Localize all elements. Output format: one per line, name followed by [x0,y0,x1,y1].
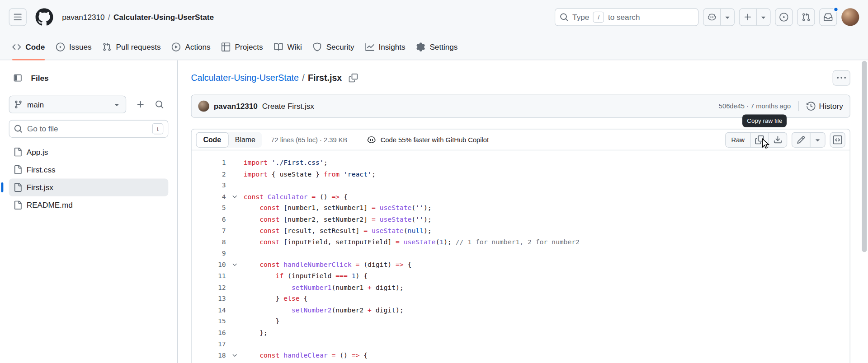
add-file-button[interactable] [132,96,149,113]
breadcrumb-owner-link[interactable]: pavan12310 [62,13,104,22]
graph-icon [365,42,374,51]
user-avatar[interactable] [841,8,859,26]
line-number[interactable]: 13 [192,293,226,304]
code-line: 14 setNumber2(number2 + digit); [192,304,850,316]
commit-author-link[interactable]: pavan12310 [214,102,258,111]
edit-file-button[interactable] [792,132,810,147]
blame-tab[interactable]: Blame [228,132,262,147]
pull-requests-dashboard-button[interactable] [797,8,815,26]
file-view: Calculater-Using-UserState / First.jsx p… [178,60,868,363]
copilot-banner[interactable]: Code 55% faster with GitHub Copilot [367,135,489,144]
line-number[interactable]: 2 [192,168,226,180]
file-tree-item-first.jsx[interactable]: First.jsx [9,179,169,196]
symbols-panel-button[interactable] [830,132,845,147]
chevron-down-icon [231,193,238,200]
tab-actions[interactable]: Actions [166,34,216,60]
commit-message-link[interactable]: Create First.jsx [262,102,314,111]
line-number[interactable]: 10 [192,259,226,270]
fold-toggle[interactable] [226,193,244,200]
history-button[interactable]: History [807,102,843,111]
line-number[interactable]: 5 [192,202,226,214]
line-number[interactable]: 14 [192,304,226,316]
code-text: import { useState } from 'react'; [244,168,376,180]
download-raw-button[interactable] [769,132,787,147]
create-new-button[interactable] [739,8,771,26]
line-number[interactable]: 8 [192,236,226,247]
search-placeholder-pre: Type [572,13,589,22]
branch-selector[interactable]: main [9,96,127,113]
git-pull-request-icon [802,13,811,22]
commit-divider [798,101,799,111]
tab-issues[interactable]: Issues [50,34,97,60]
collapse-sidebar-button[interactable] [9,69,27,87]
code-line: 4const Calculator = () => { [192,191,850,202]
file-tree-item-app.js[interactable]: App.js [9,143,169,161]
file-icon [13,200,22,209]
breadcrumb-repo-link[interactable]: Calculater-Using-UserState [113,13,214,22]
tab-pull-requests[interactable]: Pull requests [97,34,166,60]
tab-insights[interactable]: Insights [360,34,411,60]
branch-name: main [27,100,44,109]
copilot-button[interactable] [703,8,735,26]
code-text: import './First.css'; [244,157,328,168]
commit-author-avatar[interactable] [198,101,209,112]
file-name: App.js [27,148,48,157]
code-text: const [number1, setNumber1] = useState('… [244,202,432,214]
line-number[interactable]: 6 [192,214,226,225]
file-tree-item-first.css[interactable]: First.css [9,161,169,178]
file-info: 72 lines (65 loc) · 2.39 KB [271,136,347,144]
more-options-button[interactable] [833,70,850,86]
global-search-input[interactable]: Type / to search [555,8,698,26]
code-line: 2import { useState } from 'react'; [192,168,850,180]
copy-raw-tooltip: Copy raw file [743,114,787,127]
triangle-down-icon [113,100,122,109]
issues-dashboard-button[interactable] [775,8,793,26]
line-number[interactable]: 9 [192,248,226,259]
hamburger-menu-button[interactable] [9,8,27,26]
line-number[interactable]: 16 [192,327,226,338]
file-breadcrumb: Calculater-Using-UserState / First.jsx [191,70,850,86]
line-number[interactable]: 17 [192,338,226,349]
edit-dropdown-button[interactable] [810,132,825,147]
tab-wiki[interactable]: Wiki [269,34,307,60]
triangle-down-icon [723,13,732,22]
code-tab[interactable]: Code [196,132,228,147]
code-text: const [inputField, setInputField] = useS… [244,236,580,247]
line-number[interactable]: 7 [192,225,226,236]
line-number[interactable]: 18 [192,349,226,361]
github-logo[interactable] [35,8,53,26]
commit-meta: 506de45 · 7 months ago [719,102,791,110]
file-tree-item-readme.md[interactable]: README.md [9,196,169,214]
scrollbar[interactable] [862,61,867,252]
tab-code[interactable]: Code [7,34,51,60]
line-number[interactable]: 3 [192,180,226,191]
line-number[interactable]: 4 [192,191,226,202]
file-breadcrumb-repo-link[interactable]: Calculater-Using-UserState [191,73,298,83]
line-number[interactable]: 11 [192,270,226,282]
copy-icon [349,74,358,83]
line-number[interactable]: 12 [192,282,226,293]
fold-toggle[interactable] [226,352,244,359]
code-text: if (inputField === 1) { [244,270,368,282]
copilot-banner-text: Code 55% faster with GitHub Copilot [381,136,489,144]
tab-projects[interactable]: Projects [216,34,269,60]
raw-button[interactable]: Raw [726,132,750,147]
line-number[interactable]: 15 [192,316,226,327]
tab-security[interactable]: Security [307,34,360,60]
code-text: }; [244,327,268,338]
copy-path-button[interactable] [349,74,358,83]
issue-opened-icon [779,13,788,22]
search-files-button[interactable] [151,96,168,113]
file-breadcrumb-filename: First.jsx [308,73,342,83]
notifications-inbox-button[interactable] [819,8,837,26]
code-text: } else { [244,293,308,304]
pencil-icon [797,135,806,144]
issue-opened-icon [56,42,65,51]
code-line: 10 const handleNumberClick = (digit) => … [192,259,850,270]
line-number[interactable]: 1 [192,157,226,168]
tab-settings[interactable]: Settings [411,34,463,60]
code-text: const [number2, setNumber2] = useState('… [244,214,432,225]
go-to-file-input[interactable]: Go to file t [9,120,169,138]
git-pull-request-icon [103,42,112,51]
fold-toggle[interactable] [226,261,244,268]
